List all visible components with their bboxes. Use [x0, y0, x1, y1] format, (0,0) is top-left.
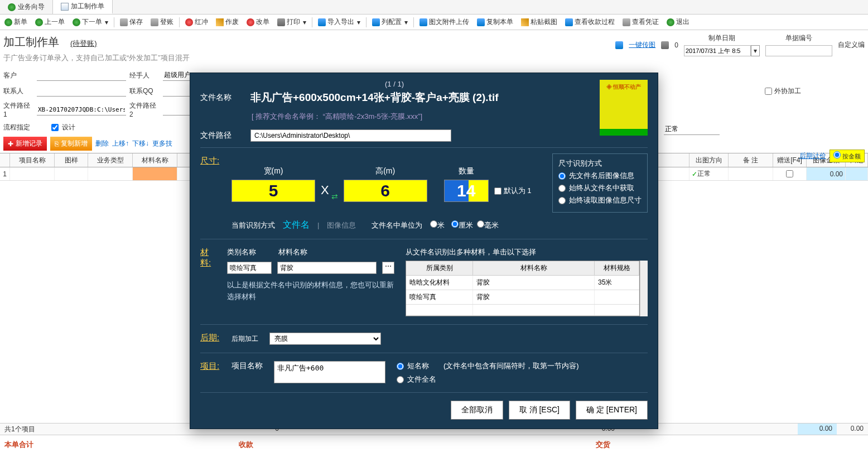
viewpay-button[interactable]: 查看收款过程: [562, 16, 618, 28]
rec-opt1-radio[interactable]: [558, 172, 566, 180]
red-icon: [185, 18, 193, 26]
new-button[interactable]: 新单: [1, 16, 31, 28]
matname-label: 材料名称: [278, 247, 307, 257]
width-input[interactable]: [232, 180, 315, 202]
cancel-all-button[interactable]: 全部取消: [451, 401, 503, 420]
material-row[interactable]: 晗晗文化材料 背胶 35米: [406, 276, 639, 290]
date-input[interactable]: [684, 45, 751, 56]
wizard-icon: [8, 3, 16, 11]
paste-button[interactable]: 粘贴截图: [518, 16, 561, 28]
projectname-textarea[interactable]: 非凡广告+600: [274, 361, 385, 383]
height-label: 高(m): [375, 166, 395, 176]
material-note: 以上是根据文件名中识别的材料信息，您也可以重新选择材料: [227, 280, 394, 303]
design-checkbox[interactable]: [51, 124, 59, 131]
print-count: 0: [674, 41, 678, 49]
billno-input[interactable]: [765, 45, 832, 56]
prev-button[interactable]: 上一单: [32, 16, 68, 28]
shortname-radio[interactable]: [397, 363, 404, 370]
naming-hint: [ 推荐文件命名举例： “高精喷绘-2x3m-5张-亮膜.xxx”]: [252, 112, 589, 122]
normal-select[interactable]: [664, 124, 720, 135]
doc-icon: [61, 3, 69, 11]
unit-label: 文件名中单位为: [372, 220, 422, 230]
imgupload-button[interactable]: 图文附件上传: [416, 16, 472, 28]
colcfg-button[interactable]: 列配置▾: [369, 16, 411, 28]
status-link[interactable]: (待登账): [70, 38, 97, 49]
red-button[interactable]: 红冲: [182, 16, 211, 28]
date-dropdown[interactable]: ▾: [751, 45, 760, 56]
delete-link[interactable]: 删除: [95, 139, 109, 148]
cancel-button[interactable]: 取 消 [ESC]: [509, 401, 570, 420]
dialog-counter: (1 / 1): [200, 80, 589, 88]
fullname-radio[interactable]: [397, 376, 404, 383]
moveup-link[interactable]: 上移↑: [112, 139, 129, 148]
void-button[interactable]: 作废: [213, 16, 242, 28]
post-button[interactable]: 登账: [147, 16, 177, 28]
tab-workorder[interactable]: 加工制作单: [53, 0, 113, 14]
exit-button[interactable]: 退出: [663, 16, 693, 28]
print-button[interactable]: 打印▾: [274, 16, 310, 28]
section-proj-label: 项目:: [200, 361, 223, 372]
save-button[interactable]: 保存: [117, 16, 146, 28]
material-table: 所属类别 材料名称 材料规格 晗晗文化材料 背胶 35米 喷绘写真: [406, 261, 640, 316]
section-hq-label: 后期:: [200, 333, 223, 343]
default1-label: 默认为 1: [504, 186, 532, 196]
exit-icon: [667, 18, 674, 26]
filepath2-label: 文件路径2: [129, 101, 160, 118]
unit-cm-radio[interactable]: [451, 220, 459, 228]
unit-mm-radio[interactable]: [477, 220, 484, 228]
tab-wizard[interactable]: 业务向导: [0, 0, 53, 14]
material-scrollbar[interactable]: [640, 261, 648, 316]
money-icon: [565, 18, 573, 26]
add-record-button[interactable]: ✚新增记录: [3, 137, 47, 151]
material-row[interactable]: 喷绘写真 背胶: [406, 290, 639, 305]
contact-label: 联系人: [3, 86, 33, 96]
plus-icon: [4, 18, 12, 26]
unit-m-radio[interactable]: [430, 220, 437, 228]
outsourcing-label: 外协加工: [774, 86, 801, 96]
billno-label: 单据编号: [785, 33, 812, 43]
copy-icon: [477, 18, 485, 26]
date-label: 制单日期: [708, 33, 735, 43]
imginfo-label[interactable]: 图像信息: [327, 220, 356, 230]
swap-icon[interactable]: ⇄: [331, 192, 338, 201]
filepath1-input[interactable]: [37, 104, 126, 116]
gift-checkbox[interactable]: [786, 170, 793, 177]
qty-input[interactable]: [444, 180, 489, 202]
postprocess-select[interactable]: 亮膜: [269, 333, 381, 345]
cert-icon: [623, 18, 630, 26]
material-input[interactable]: [277, 262, 377, 274]
rec-opt3-radio[interactable]: [558, 197, 566, 204]
modify-button[interactable]: 改单: [243, 16, 273, 28]
customer-label: 客户: [3, 71, 33, 80]
contact-input[interactable]: [37, 85, 126, 97]
qty-label: 数量: [459, 166, 474, 176]
ok-button[interactable]: 确 定 [ENTER]: [576, 401, 648, 420]
page-title: 加工制作单: [3, 35, 59, 50]
category-input[interactable]: [227, 262, 272, 274]
filepath-input[interactable]: [250, 129, 451, 142]
customer-input[interactable]: [37, 70, 126, 81]
printer-icon[interactable]: [661, 41, 669, 49]
later-price-link[interactable]: 后期计价: [799, 151, 826, 161]
default1-checkbox[interactable]: [494, 187, 501, 195]
copy-record-button[interactable]: ⎘复制新增: [50, 137, 92, 151]
copy-button[interactable]: 复制本单: [474, 16, 517, 28]
cat-label: 类别名称: [227, 247, 256, 257]
more-link[interactable]: 更多技: [152, 139, 172, 148]
rec-opt2-radio[interactable]: [558, 185, 566, 192]
impexp-button[interactable]: 导入导出▾: [315, 16, 364, 28]
by-amount-button[interactable]: 按金额: [830, 150, 865, 162]
next-button[interactable]: 下一单▾: [69, 16, 112, 28]
width-label: 宽(m): [264, 166, 283, 176]
tab-label: 加工制作单: [71, 2, 104, 11]
outsourcing-checkbox[interactable]: [765, 88, 772, 95]
material-more-button[interactable]: ⋯: [382, 262, 394, 274]
section-mat-label: 材料:: [200, 247, 218, 268]
hq-field-label: 后期加工: [232, 334, 258, 344]
onekey-upload-link[interactable]: 一键传图: [629, 40, 655, 50]
tab-bar: 业务向导 加工制作单: [0, 0, 868, 15]
viewcert-button[interactable]: 查看凭证: [619, 16, 662, 28]
post-icon: [151, 18, 158, 26]
height-input[interactable]: [344, 180, 427, 202]
movedown-link[interactable]: 下移↓: [132, 139, 149, 148]
